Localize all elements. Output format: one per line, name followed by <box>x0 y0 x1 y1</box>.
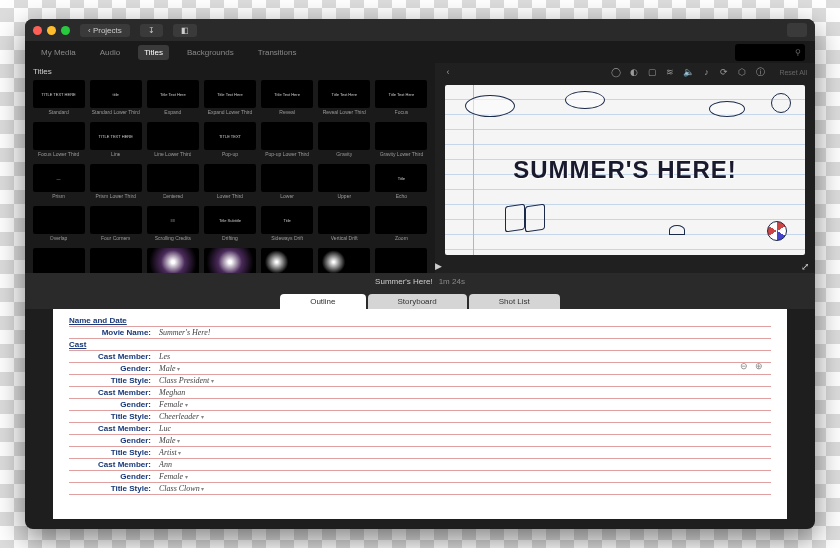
title-item[interactable]: Horizontal Blur <box>31 248 86 273</box>
title-item[interactable]: Prism Lower Third <box>88 164 143 204</box>
cast-gender-value[interactable]: Male <box>159 436 180 445</box>
title-thumb <box>90 164 142 192</box>
title-item[interactable]: Organic Main <box>374 248 429 273</box>
title-item[interactable]: Lower Third <box>202 164 257 204</box>
cast-style-value[interactable]: Class President <box>159 376 214 385</box>
title-item[interactable]: TITLE TEXT HERELine <box>88 122 143 162</box>
info-icon[interactable]: ⓘ <box>755 67 765 77</box>
back-projects-button[interactable]: ‹ Projects <box>80 24 130 37</box>
title-item[interactable]: Boogie Lights <box>260 248 315 273</box>
close-window-button[interactable] <box>33 26 42 35</box>
title-item[interactable]: Title Text HereExpand <box>145 80 200 120</box>
zoom-window-button[interactable] <box>61 26 70 35</box>
cast-gender-value[interactable]: Female <box>159 472 188 481</box>
title-thumb <box>90 248 142 273</box>
tab-outline[interactable]: Outline <box>280 294 365 309</box>
title-thumb <box>261 122 313 150</box>
cast-member-label: Cast Member: <box>69 388 159 397</box>
color-balance-icon[interactable]: ◯ <box>611 67 621 77</box>
crop-icon[interactable]: ▢ <box>647 67 657 77</box>
tab-transitions[interactable]: Transitions <box>252 45 303 60</box>
title-item-label: Drifting <box>222 236 238 246</box>
title-item[interactable]: titleStandard Lower Third <box>88 80 143 120</box>
search-input[interactable] <box>739 49 789 56</box>
title-item-label: Reveal Lower Third <box>323 110 366 120</box>
title-item-label: Reveal <box>279 110 295 120</box>
cast-style-value[interactable]: Class Clown <box>159 484 204 493</box>
share-button[interactable] <box>787 23 807 37</box>
title-item[interactable]: TitleEcho <box>374 164 429 204</box>
title-item[interactable]: Title Text HereReveal <box>260 80 315 120</box>
movie-name-value[interactable]: Summer's Here! <box>159 328 210 337</box>
title-item[interactable]: Centered <box>145 164 200 204</box>
stabilize-icon[interactable]: ≋ <box>665 67 675 77</box>
title-item-label: Pop-up <box>222 152 238 162</box>
preview-viewer[interactable]: SUMMER'S HERE! <box>445 85 805 255</box>
title-item[interactable]: Pull Focus <box>202 248 257 273</box>
play-button[interactable]: ▶ <box>435 261 442 271</box>
cast-gender-value[interactable]: Female <box>159 400 188 409</box>
cast-style-label: Title Style: <box>69 484 159 493</box>
import-button[interactable]: ↧ <box>140 24 163 37</box>
filter-icon[interactable]: ⬡ <box>737 67 747 77</box>
title-item[interactable]: Gravity Lower Third <box>374 122 429 162</box>
title-item[interactable]: TITLE TEXTPop-up <box>202 122 257 162</box>
library-toggle-button[interactable]: ◧ <box>173 24 197 37</box>
title-thumb <box>33 206 85 234</box>
title-item[interactable]: Title Text HereReveal Lower Third <box>317 80 372 120</box>
speed-icon[interactable]: ⟳ <box>719 67 729 77</box>
title-item[interactable]: Lens Flare <box>145 248 200 273</box>
title-item[interactable]: TitleSideways Drift <box>260 206 315 246</box>
title-thumb: Title Subtitle <box>204 206 256 234</box>
title-item[interactable]: Soft Edge <box>88 248 143 273</box>
color-correct-icon[interactable]: ◐ <box>629 67 639 77</box>
tab-titles[interactable]: Titles <box>138 45 169 60</box>
cloud-drawing <box>465 95 515 117</box>
title-item[interactable]: Title Text HereExpand Lower Third <box>202 80 257 120</box>
title-item[interactable]: Line Lower Third <box>145 122 200 162</box>
title-item[interactable]: Upper <box>317 164 372 204</box>
volume-icon[interactable]: 🔈 <box>683 67 693 77</box>
title-item[interactable]: Overlap <box>31 206 86 246</box>
title-item[interactable]: Pop-up Lower Third <box>260 122 315 162</box>
title-item[interactable]: ≡≡Scrolling Credits <box>145 206 200 246</box>
title-item-label: Line <box>111 152 120 162</box>
browser-pane: Titles TITLE TEXT HEREStandardtitleStand… <box>25 63 435 273</box>
title-item[interactable]: —Prism <box>31 164 86 204</box>
back-skimmer-icon[interactable]: ‹ <box>443 67 453 77</box>
title-item[interactable]: TITLE TEXT HEREStandard <box>31 80 86 120</box>
title-thumb <box>318 164 370 192</box>
tab-my-media[interactable]: My Media <box>35 45 82 60</box>
cast-member-value[interactable]: Meghan <box>159 388 185 397</box>
section-cast: Cast <box>69 339 771 351</box>
title-item[interactable]: Gravity <box>317 122 372 162</box>
tab-backgrounds[interactable]: Backgrounds <box>181 45 240 60</box>
title-item[interactable]: Vertical Drift <box>317 206 372 246</box>
reset-all-button[interactable]: Reset All <box>779 69 807 76</box>
title-item[interactable]: Four Corners <box>88 206 143 246</box>
title-item[interactable]: Pixie Dust <box>317 248 372 273</box>
tab-storyboard[interactable]: Storyboard <box>368 294 467 309</box>
title-item[interactable]: Zoom <box>374 206 429 246</box>
title-item-label: Focus <box>395 110 409 120</box>
title-thumb <box>90 206 142 234</box>
tab-shot-list[interactable]: Shot List <box>469 294 560 309</box>
title-item[interactable]: Title Text HereFocus <box>374 80 429 120</box>
title-item[interactable]: Lower <box>260 164 315 204</box>
outline-panel[interactable]: ⊖ ⊕ Name and Date Movie Name: Summer's H… <box>53 309 787 519</box>
title-item[interactable]: Focus Lower Third <box>31 122 86 162</box>
cast-style-value[interactable]: Artist <box>159 448 181 457</box>
cast-gender-value[interactable]: Male <box>159 364 180 373</box>
cast-style-value[interactable]: Cheerleader <box>159 412 204 421</box>
title-thumb <box>375 206 427 234</box>
cast-member-value[interactable]: Ann <box>159 460 172 469</box>
noise-icon[interactable]: ♪ <box>701 67 711 77</box>
row-action-icons[interactable]: ⊖ ⊕ <box>740 361 765 371</box>
minimize-window-button[interactable] <box>47 26 56 35</box>
tab-audio[interactable]: Audio <box>94 45 126 60</box>
title-item-label: Line Lower Third <box>154 152 191 162</box>
cast-member-value[interactable]: Les <box>159 352 170 361</box>
title-item[interactable]: Title SubtitleDrifting <box>202 206 257 246</box>
fullscreen-icon[interactable]: ⤢ <box>801 261 809 272</box>
cast-member-value[interactable]: Luc <box>159 424 171 433</box>
